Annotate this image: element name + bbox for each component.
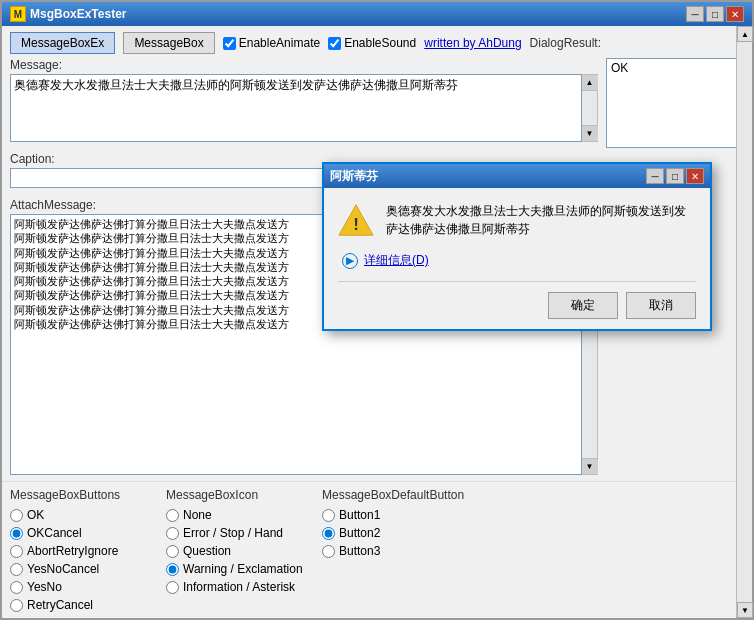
msgbox-buttons-group: MessageBoxButtons OK OKCancel AbortRetry… bbox=[10, 488, 150, 612]
radio-none[interactable]: None bbox=[166, 508, 306, 522]
radio-error-input[interactable] bbox=[166, 527, 179, 540]
message-area[interactable]: 奥德赛发大水发撒旦法士大夫撒旦法师的阿斯顿发送到发萨达佛萨达佛撒旦阿斯蒂芬 bbox=[10, 74, 582, 142]
radio-none-input[interactable] bbox=[166, 509, 179, 522]
dialog-cancel-button[interactable]: 取消 bbox=[626, 292, 696, 319]
maximize-button[interactable]: □ bbox=[706, 6, 724, 22]
radio-abortretryignore-input[interactable] bbox=[10, 545, 23, 558]
dialog-title: 阿斯蒂芬 bbox=[330, 168, 378, 185]
radio-button2[interactable]: Button2 bbox=[322, 526, 464, 540]
global-scroll-up[interactable]: ▲ bbox=[737, 26, 753, 42]
radio-yesnocancel[interactable]: YesNoCancel bbox=[10, 562, 150, 576]
attach-scroll-down[interactable]: ▼ bbox=[582, 458, 598, 474]
dialog-minimize-btn[interactable]: ─ bbox=[646, 168, 664, 184]
enable-animate-input[interactable] bbox=[223, 37, 236, 50]
msgbox-icon-group: MessageBoxIcon None Error / Stop / Hand … bbox=[166, 488, 306, 612]
radio-button1-input[interactable] bbox=[322, 509, 335, 522]
radio-button1[interactable]: Button1 bbox=[322, 508, 464, 522]
radio-yesno[interactable]: YesNo bbox=[10, 580, 150, 594]
msg-scroll-down[interactable]: ▼ bbox=[582, 125, 598, 141]
msgboxex-button[interactable]: MessageBoxEx bbox=[10, 32, 115, 54]
radio-error[interactable]: Error / Stop / Hand bbox=[166, 526, 306, 540]
enable-animate-label: EnableAnimate bbox=[239, 36, 320, 50]
title-bar: M MsgBoxExTester ─ □ ✕ bbox=[2, 2, 752, 26]
dialog-title-controls: ─ □ ✕ bbox=[646, 168, 704, 184]
msgbox-icon-title: MessageBoxIcon bbox=[166, 488, 306, 502]
minimize-button[interactable]: ─ bbox=[686, 6, 704, 22]
msgbox-default-group: MessageBoxDefaultButton Button1 Button2 … bbox=[322, 488, 464, 612]
radio-warning[interactable]: Warning / Exclamation bbox=[166, 562, 306, 576]
radio-button2-input[interactable] bbox=[322, 527, 335, 540]
radio-button3-input[interactable] bbox=[322, 545, 335, 558]
msgbox-default-title: MessageBoxDefaultButton bbox=[322, 488, 464, 502]
radio-yesnocancel-input[interactable] bbox=[10, 563, 23, 576]
main-window: M MsgBoxExTester ─ □ ✕ MessageBoxEx Mess… bbox=[0, 0, 754, 620]
msg-scroll-up[interactable]: ▲ bbox=[582, 75, 598, 91]
dialog-message-row: ! 奥德赛发大水发撒旦法士大夫撒旦法师的阿斯顿发送到发萨达佛萨达佛撒旦阿斯蒂芬 bbox=[338, 202, 696, 238]
enable-sound-input[interactable] bbox=[328, 37, 341, 50]
dialog-title-bar: 阿斯蒂芬 ─ □ ✕ bbox=[324, 164, 710, 188]
radio-ok-input[interactable] bbox=[10, 509, 23, 522]
global-scrollbar: ▲ ▼ bbox=[736, 26, 752, 618]
msgbox-buttons-title: MessageBoxButtons bbox=[10, 488, 150, 502]
title-bar-left: M MsgBoxExTester bbox=[10, 6, 126, 22]
author-link[interactable]: written by AhDung bbox=[424, 36, 521, 50]
radio-retrycancel[interactable]: RetryCancel bbox=[10, 598, 150, 612]
radio-ok[interactable]: OK bbox=[10, 508, 150, 522]
enable-sound-checkbox[interactable]: EnableSound bbox=[328, 36, 416, 50]
toolbar: MessageBoxEx MessageBox EnableAnimate En… bbox=[2, 26, 752, 58]
radio-question-input[interactable] bbox=[166, 545, 179, 558]
dialog-result-value: OK bbox=[611, 61, 628, 75]
dialog-detail-row: ▶ 详细信息(D) bbox=[338, 252, 696, 269]
radio-information[interactable]: Information / Asterisk bbox=[166, 580, 306, 594]
dialog-buttons: 确定 取消 bbox=[338, 281, 696, 319]
global-scroll-down[interactable]: ▼ bbox=[737, 602, 753, 618]
window-title: MsgBoxExTester bbox=[30, 7, 126, 21]
dialog-ok-button[interactable]: 确定 bbox=[548, 292, 618, 319]
close-button[interactable]: ✕ bbox=[726, 6, 744, 22]
radio-warning-input[interactable] bbox=[166, 563, 179, 576]
radio-okcancel[interactable]: OKCancel bbox=[10, 526, 150, 540]
dialog-box: 阿斯蒂芬 ─ □ ✕ ! 奥德赛发大水发撒旦法士大 bbox=[322, 162, 712, 331]
radio-question[interactable]: Question bbox=[166, 544, 306, 558]
dialog-close-btn[interactable]: ✕ bbox=[686, 168, 704, 184]
radio-okcancel-input[interactable] bbox=[10, 527, 23, 540]
detail-expand-icon[interactable]: ▶ bbox=[342, 253, 358, 269]
messagebox-button[interactable]: MessageBox bbox=[123, 32, 214, 54]
dialog-result-label: DialogResult: bbox=[530, 36, 601, 50]
message-value: 奥德赛发大水发撒旦法士大夫撒旦法师的阿斯顿发送到发萨达佛萨达佛撒旦阿斯蒂芬 bbox=[14, 78, 458, 92]
app-icon: M bbox=[10, 6, 26, 22]
enable-animate-checkbox[interactable]: EnableAnimate bbox=[223, 36, 320, 50]
dialog-maximize-btn[interactable]: □ bbox=[666, 168, 684, 184]
message-label: Message: bbox=[10, 58, 598, 72]
radio-yesno-input[interactable] bbox=[10, 581, 23, 594]
message-group: Message: 奥德赛发大水发撒旦法士大夫撒旦法师的阿斯顿发送到发萨达佛萨达佛… bbox=[10, 58, 598, 142]
result-box[interactable]: OK bbox=[606, 58, 744, 148]
title-bar-controls: ─ □ ✕ bbox=[686, 6, 744, 22]
radio-button3[interactable]: Button3 bbox=[322, 544, 464, 558]
warning-icon: ! bbox=[338, 202, 374, 238]
radio-retrycancel-input[interactable] bbox=[10, 599, 23, 612]
enable-sound-label: EnableSound bbox=[344, 36, 416, 50]
dialog-content: ! 奥德赛发大水发撒旦法士大夫撒旦法师的阿斯顿发送到发萨达佛萨达佛撒旦阿斯蒂芬 … bbox=[324, 188, 710, 329]
radio-abortretryignore[interactable]: AbortRetryIgnore bbox=[10, 544, 150, 558]
svg-text:!: ! bbox=[353, 215, 359, 234]
dialog-message-text: 奥德赛发大水发撒旦法士大夫撒旦法师的阿斯顿发送到发萨达佛萨达佛撒旦阿斯蒂芬 bbox=[386, 202, 696, 238]
bottom-radios: MessageBoxButtons OK OKCancel AbortRetry… bbox=[2, 481, 752, 618]
radio-information-input[interactable] bbox=[166, 581, 179, 594]
detail-link[interactable]: 详细信息(D) bbox=[364, 252, 429, 269]
